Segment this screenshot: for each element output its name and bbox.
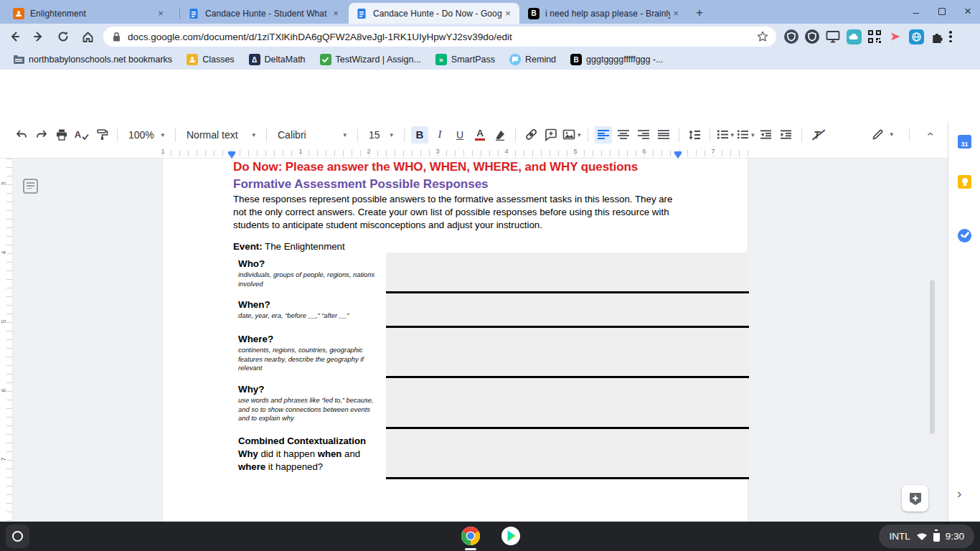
- home-button[interactable]: [77, 27, 98, 47]
- tab-close-icon[interactable]: ×: [502, 8, 514, 19]
- google-tasks-icon[interactable]: [958, 229, 971, 242]
- insert-link-button[interactable]: [522, 126, 540, 143]
- underline-button[interactable]: U: [451, 126, 468, 143]
- document-page[interactable]: Do Now: Please answer the WHO, WHEN, WHE…: [162, 159, 748, 522]
- reload-button[interactable]: [53, 27, 73, 47]
- highlight-color-button[interactable]: [491, 126, 509, 143]
- doc-heading-purple[interactable]: Formative Assessment Possible Responses: [233, 177, 692, 192]
- italic-button[interactable]: I: [431, 126, 448, 143]
- explore-button[interactable]: [902, 485, 928, 512]
- back-button[interactable]: [4, 27, 24, 47]
- google-calendar-icon[interactable]: 31: [958, 135, 971, 149]
- font-size-select[interactable]: 15▾: [364, 126, 397, 143]
- new-tab-button[interactable]: +: [690, 4, 709, 22]
- insert-image-button[interactable]: ▾: [562, 126, 581, 143]
- tab-close-icon[interactable]: ×: [330, 8, 341, 19]
- row-hint: individuals, groups of people, regions, …: [238, 270, 379, 288]
- bookmark-remind[interactable]: Remind: [504, 52, 562, 67]
- clear-formatting-button[interactable]: T: [809, 126, 826, 143]
- url-text[interactable]: docs.google.com/document/d/1ziTXlKihDA6g…: [128, 32, 756, 42]
- row-answer-cell[interactable]: [386, 378, 749, 429]
- doc-event-line[interactable]: Event: The Enlightenment: [233, 241, 345, 252]
- tab-student-what[interactable]: Candace Hunte - Student What I ×: [181, 3, 347, 24]
- monitor-extension-icon[interactable]: [825, 29, 841, 44]
- redo-button[interactable]: [33, 126, 50, 143]
- window-maximize-button[interactable]: [934, 4, 950, 19]
- bookmark-brainly[interactable]: B gggtggggfffffggg -...: [565, 52, 669, 67]
- horizontal-ruler[interactable]: 1 1 2 3 4 5 6 7: [0, 147, 948, 159]
- text-color-button[interactable]: A: [471, 126, 489, 143]
- bookmark-deltamath[interactable]: Δ DeltaMath: [243, 52, 311, 67]
- align-left-button[interactable]: [595, 126, 612, 143]
- numbered-list-button[interactable]: ▾: [717, 126, 735, 143]
- tab-close-icon[interactable]: ×: [670, 8, 682, 19]
- vertical-ruler[interactable]: 3 4 5 6 7: [0, 159, 13, 522]
- classes-icon: [187, 54, 198, 65]
- row-answer-cell[interactable]: [386, 293, 749, 328]
- qr-code-extension-icon[interactable]: [867, 29, 882, 44]
- bookmark-smartpass[interactable]: » SmartPass: [430, 52, 501, 67]
- decrease-indent-button[interactable]: [758, 126, 775, 143]
- bulleted-list-button[interactable]: ▾: [737, 126, 755, 143]
- shield-extension-icon[interactable]: [804, 29, 820, 44]
- row-answer-cell[interactable]: [386, 253, 749, 293]
- row-label-cell[interactable]: Where? continents, regions, countries, g…: [233, 328, 386, 378]
- ruler-number: 1: [159, 148, 166, 155]
- bold-button[interactable]: B: [411, 126, 428, 143]
- address-bar[interactable]: docs.google.com/document/d/1ziTXlKihDA6g…: [103, 27, 776, 47]
- cloud-app-extension-icon[interactable]: [846, 29, 862, 44]
- google-keep-icon[interactable]: [958, 175, 971, 189]
- tab-brainly[interactable]: B i need help asap please - Brainly ×: [521, 3, 687, 24]
- bookmark-folder[interactable]: northbabylonschools.net bookmarks: [7, 52, 178, 67]
- row-label-cell[interactable]: When? date, year, era, “before __,” “aft…: [233, 293, 386, 328]
- add-comment-button[interactable]: [542, 126, 560, 143]
- zoom-select[interactable]: 100%▾: [124, 126, 169, 143]
- doc-intro-paragraph[interactable]: These responses represent possible answe…: [233, 193, 679, 232]
- row-answer-cell[interactable]: [386, 328, 749, 378]
- editing-mode-button[interactable]: ▾: [867, 126, 897, 143]
- bookmark-classes[interactable]: Classes: [181, 52, 240, 67]
- status-tray[interactable]: INTL 9:30: [879, 524, 974, 548]
- tab-do-now-active[interactable]: Candace Hunte - Do Now - Goog ×: [349, 3, 519, 24]
- chrome-running-indicator: [465, 548, 476, 550]
- extensions-puzzle-icon[interactable]: [929, 29, 945, 44]
- increase-indent-button[interactable]: [778, 126, 795, 143]
- globe-extension-icon[interactable]: [908, 29, 924, 44]
- print-button[interactable]: [53, 126, 70, 143]
- show-document-outline-button[interactable]: [23, 179, 38, 194]
- row-answer-cell[interactable]: [386, 429, 749, 479]
- row-label-cell[interactable]: Who? individuals, groups of people, regi…: [233, 253, 386, 293]
- bookmark-star-icon[interactable]: [756, 30, 769, 43]
- window-minimize-button[interactable]: –: [908, 4, 924, 19]
- undo-button[interactable]: [13, 126, 30, 143]
- chrome-app-icon[interactable]: [461, 526, 481, 546]
- window-close-button[interactable]: ×: [960, 4, 976, 19]
- left-indent-marker[interactable]: [228, 154, 235, 159]
- doc-heading-red[interactable]: Do Now: Please answer the WHO, WHEN, WHE…: [233, 160, 692, 174]
- right-indent-marker[interactable]: [674, 154, 682, 159]
- styles-select[interactable]: Normal text▾: [182, 126, 260, 143]
- tab-enlightenment[interactable]: Enlightenment ×: [6, 3, 172, 24]
- shield-extension-icon[interactable]: [783, 29, 799, 44]
- play-store-app-icon[interactable]: [501, 526, 521, 546]
- row-label-cell[interactable]: Why? use words and phrases like “led to,…: [233, 378, 386, 429]
- bookmark-testwizard[interactable]: TestWizard | Assign...: [314, 52, 427, 67]
- paint-format-button[interactable]: [93, 126, 110, 143]
- align-right-button[interactable]: [635, 126, 652, 143]
- bookmark-label: DeltaMath: [265, 55, 306, 65]
- event-value: The Enlightenment: [263, 241, 345, 252]
- font-select[interactable]: Calibri▾: [273, 126, 351, 143]
- vertical-scrollbar[interactable]: [930, 280, 935, 434]
- row-label-cell[interactable]: Combined Contextualization Why did it ha…: [233, 429, 386, 479]
- pink-play-extension-icon[interactable]: [887, 29, 903, 44]
- browser-menu-kebab-icon[interactable]: [949, 31, 952, 42]
- spell-check-button[interactable]: A: [73, 126, 90, 143]
- collapse-toolbar-button[interactable]: ›: [921, 126, 938, 143]
- launcher-button[interactable]: [6, 524, 29, 548]
- align-center-button[interactable]: [615, 126, 632, 143]
- line-spacing-button[interactable]: [686, 126, 703, 143]
- forward-button[interactable]: [29, 27, 49, 47]
- align-justify-button[interactable]: [655, 126, 672, 143]
- tab-close-icon[interactable]: ×: [155, 8, 166, 19]
- expand-side-panel-chevron-icon[interactable]: ›: [957, 486, 961, 501]
